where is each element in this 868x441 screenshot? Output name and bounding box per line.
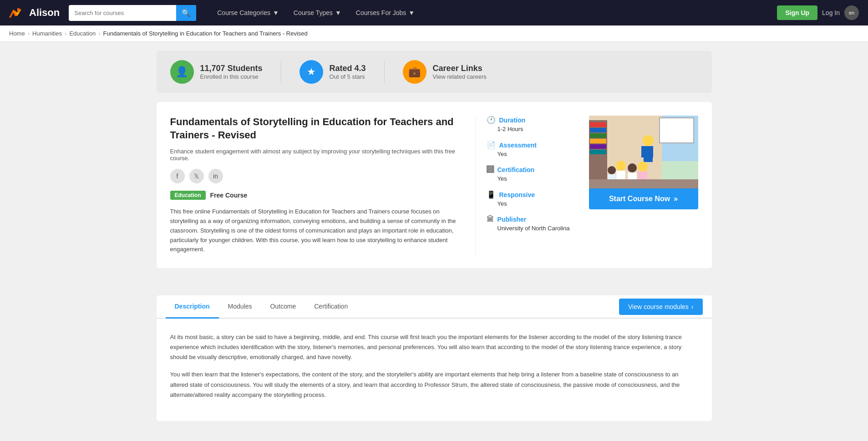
svg-rect-12 <box>590 150 606 154</box>
social-icons: f 𝕏 in <box>170 169 462 183</box>
duration-value: 1-2 Hours <box>497 126 575 132</box>
search-button[interactable]: 🔍 <box>176 5 196 21</box>
breadcrumb: Home › Humanities › Education › Fundamen… <box>0 25 868 42</box>
nav-link-courses-for-jobs[interactable]: Courses For Jobs ▼ <box>349 0 422 25</box>
tab-certification[interactable]: Certification <box>305 295 357 319</box>
breadcrumb-education[interactable]: Education <box>69 30 96 37</box>
rating-value: Rated 4.3 <box>330 64 366 73</box>
meta-publisher: 🏛 Publisher University of North Carolina <box>487 215 575 232</box>
tab-description[interactable]: Description <box>166 295 219 319</box>
logo-icon <box>9 5 25 21</box>
logo-text: Alison <box>29 7 60 19</box>
description-para-1: At its most basic, a story can be said t… <box>170 332 698 362</box>
svg-rect-11 <box>590 144 606 149</box>
stat-career: 💼 Career Links View related careers <box>403 60 487 84</box>
meta-responsive: 📱 Responsive Yes <box>487 190 575 207</box>
main-container: 👤 11,707 Students Enrolled in this cours… <box>147 51 721 421</box>
svg-rect-26 <box>589 179 698 188</box>
nav-right: Sign Up Log In en <box>777 5 859 20</box>
breadcrumb-sep-2: › <box>65 30 66 37</box>
breadcrumb-sep-3: › <box>98 30 100 37</box>
facebook-icon[interactable]: f <box>170 169 185 183</box>
career-icon: 💼 <box>403 60 426 84</box>
education-tag[interactable]: Education <box>170 191 206 200</box>
svg-point-20 <box>628 163 637 172</box>
students-count: 11,707 Students <box>200 64 263 73</box>
rating-icon: ★ <box>299 60 323 84</box>
svg-point-22 <box>638 162 648 172</box>
responsive-value: Yes <box>497 200 575 207</box>
svg-point-14 <box>643 135 654 146</box>
course-image-section: Start Course Now » <box>589 116 698 254</box>
meta-assessment: 📄 Assessment Yes <box>487 141 575 157</box>
publisher-value: University of North Carolina <box>497 225 575 232</box>
svg-rect-7 <box>590 122 606 127</box>
chevron-down-icon: ▼ <box>408 9 415 16</box>
course-image-svg <box>589 116 698 188</box>
course-title: Fundamentals of Storytelling in Educatio… <box>170 116 462 142</box>
language-button[interactable]: en <box>844 5 859 20</box>
stat-students: 👤 11,707 Students Enrolled in this cours… <box>170 60 263 84</box>
breadcrumb-current: Fundamentals of Storytelling in Educatio… <box>103 30 308 37</box>
stat-rating: ★ Rated 4.3 Out of 5 stars <box>299 60 366 84</box>
logo[interactable]: Alison <box>9 5 60 21</box>
course-body-text: This free online Fundamentals of Storyte… <box>170 207 462 254</box>
chevron-down-icon: ▼ <box>273 9 279 16</box>
svg-rect-17 <box>650 146 653 157</box>
career-sub: View related careers <box>433 73 487 80</box>
tab-modules[interactable]: Modules <box>219 295 261 319</box>
search-input[interactable] <box>69 6 176 20</box>
assessment-icon: 📄 <box>487 141 496 149</box>
svg-rect-13 <box>660 118 694 143</box>
stat-divider-2 <box>384 61 385 83</box>
assessment-value: Yes <box>497 151 575 157</box>
breadcrumb-home[interactable]: Home <box>9 30 25 37</box>
signup-button[interactable]: Sign Up <box>777 5 817 20</box>
stat-divider-1 <box>281 61 281 83</box>
svg-point-24 <box>608 166 616 174</box>
svg-rect-8 <box>590 128 606 132</box>
spacer <box>157 277 712 295</box>
svg-rect-16 <box>641 146 645 157</box>
course-thumbnail <box>589 116 698 188</box>
meta-certification: 🆂 Certification Yes <box>487 166 575 182</box>
twitter-icon[interactable]: 𝕏 <box>189 169 204 183</box>
svg-rect-10 <box>590 139 606 143</box>
tab-outcome[interactable]: Outcome <box>261 295 305 319</box>
tabs-bar: Description Modules Outcome Certificatio… <box>157 295 712 319</box>
certification-icon: 🆂 <box>487 166 494 174</box>
rating-sub: Out of 5 stars <box>330 73 366 80</box>
clock-icon: 🕐 <box>487 116 496 124</box>
svg-rect-9 <box>590 133 606 138</box>
free-course-label: Free Course <box>210 192 248 199</box>
certification-value: Yes <box>497 175 575 182</box>
meta-duration: 🕐 Duration 1-2 Hours <box>487 116 575 132</box>
nav-link-course-categories[interactable]: Course Categories ▼ <box>210 0 286 25</box>
students-sub: Enrolled in this course <box>200 73 263 80</box>
breadcrumb-sep-1: › <box>28 30 30 37</box>
login-button[interactable]: Log In <box>822 9 840 16</box>
course-card: Fundamentals of Storytelling in Educatio… <box>157 102 712 268</box>
search-bar: 🔍 <box>69 5 196 21</box>
career-label: Career Links <box>433 64 487 73</box>
tags-row: Education Free Course <box>170 191 462 200</box>
nav-link-course-types[interactable]: Course Types ▼ <box>286 0 349 25</box>
breadcrumb-humanities[interactable]: Humanities <box>32 30 62 37</box>
view-modules-button[interactable]: View course modules › <box>619 299 702 315</box>
stats-bar: 👤 11,707 Students Enrolled in this cours… <box>157 51 712 93</box>
course-left: Fundamentals of Storytelling in Educatio… <box>170 116 462 254</box>
students-icon: 👤 <box>170 60 194 84</box>
chevron-down-icon: ▼ <box>335 9 341 16</box>
arrow-right-icon: » <box>674 195 678 203</box>
description-section: At its most basic, a story can be said t… <box>157 319 712 421</box>
course-meta: 🕐 Duration 1-2 Hours 📄 Assessment Yes 🆂 … <box>475 116 575 254</box>
navbar: Alison 🔍 Course Categories ▼ Course Type… <box>0 0 868 25</box>
publisher-icon: 🏛 <box>487 215 494 223</box>
chevron-right-icon: › <box>691 303 694 310</box>
course-description: Enhance student engagement with almost a… <box>170 148 462 162</box>
svg-point-18 <box>616 161 626 171</box>
responsive-icon: 📱 <box>487 190 496 199</box>
linkedin-icon[interactable]: in <box>208 169 223 183</box>
description-para-2: You will then learn that the listener's … <box>170 370 698 400</box>
start-course-button[interactable]: Start Course Now » <box>589 188 698 209</box>
